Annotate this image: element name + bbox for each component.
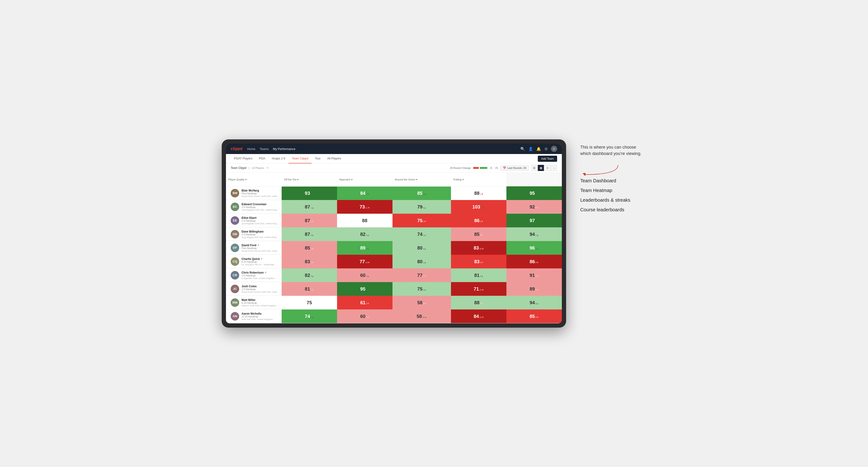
metric-cell: 83 3▼ [282,255,337,269]
change-up: 1▲ [423,261,426,264]
table-row[interactable]: CR Chris Robertson✔ 1-5 Handicap Craigmi… [226,269,562,282]
metric-cell: 73 11▼ [337,200,393,214]
search-icon[interactable]: 🔍 [520,147,525,151]
metric-cell: 83 6▼ [451,255,506,269]
metric-inner: 84 6▲ [338,191,391,196]
grid-view-button[interactable]: ⊞ [531,165,537,171]
main-content: Player Quality ▾ Off the Tee ▾ Approach … [226,173,562,323]
player-cell-inner[interactable]: CQ Charlie Quick✔ 6-10 Handicap St. Geor… [226,255,282,268]
change-down: 4▼ [535,316,539,318]
add-team-button[interactable]: Add Team [538,156,557,162]
player-name: Matt Miller [242,299,279,302]
metric-cell: 95 8▲ [337,282,393,296]
settings-icon[interactable]: ⚙ [545,147,548,151]
metric-value: 85 [530,314,535,319]
player-name: Dave Billingham [242,230,279,233]
table-row[interactable]: AN Aaron Nicholls 11-15 Handicap Drift G… [226,309,562,323]
metric-inner: 103 15▲ [453,204,505,210]
player-handicap: 1-5 Handicap [242,206,279,209]
player-name: Charlie Quick✔ [242,257,279,261]
list-view-button[interactable]: ≡ [545,165,551,171]
avatar[interactable]: U [551,146,557,152]
page-wrapper: clippd Home Teams My Performance 🔍 👤 🔔 ⚙… [222,139,646,328]
change-down: 11▼ [365,207,370,209]
metric-value: 103 [472,204,480,210]
tab-all-players[interactable]: All Players [324,154,344,163]
user-icon[interactable]: 👤 [528,147,533,151]
change-down: 3▼ [311,261,314,264]
metric-inner: 58 10▲ [394,314,450,319]
edit-icon[interactable]: ✏ [267,166,269,169]
player-cell-inner[interactable]: DB Dave Billingham 1-5 Handicap Gog Mago… [226,228,282,241]
tab-tour[interactable]: Tour [312,154,324,163]
change-down: 6▼ [480,261,483,264]
player-cell-inner[interactable]: EC Edward Crossman 1-5 Handicap Sunningd… [226,201,282,213]
col-around-green[interactable]: Around the Green ▾ [393,173,451,186]
option-team-heatmap[interactable]: Team Heatmap [580,188,646,193]
table-row[interactable]: DB Dave Billingham 1-5 Handicap Gog Mago… [226,227,562,241]
annotation-intro: This is where you can choose which dashb… [580,144,646,157]
metric-value: 61 [360,300,365,305]
heatmap-view-button[interactable]: ▦ [538,165,544,171]
metric-inner: 86 8▼ [508,259,560,264]
tablet-screen: clippd Home Teams My Performance 🔍 👤 🔔 ⚙… [226,144,562,323]
table-row[interactable]: JC Josh Coles 1-5 Handicap Royal North D… [226,282,562,296]
change-up: 8▲ [423,193,426,195]
annotation-panel: This is where you can choose which dashb… [580,139,646,213]
table-row[interactable]: CQ Charlie Quick✔ 6-10 Handicap St. Geor… [226,255,562,269]
calendar-icon: 📅 [503,166,506,169]
nav-my-performance[interactable]: My Performance [273,146,295,152]
last-rounds-button[interactable]: 📅 Last Rounds: 20 [500,165,529,171]
player-club: Craigmillar Park, United Kingdom [242,277,279,280]
player-cell: EE Elliot Ebert 1-5 Handicap Sunningdale… [226,214,282,227]
player-handicap: 1-5 Handicap [242,274,279,277]
player-handicap: 1-5 Handicap [242,220,279,222]
option-team-dashboard[interactable]: Team Dashboard [580,178,646,184]
metric-inner: 73 11▼ [338,204,391,210]
table-row[interactable]: MM Matt Miller 6-10 Handicap Woburn Golf… [226,296,562,309]
col-player-quality[interactable]: Player Quality ▾ [226,173,282,186]
bell-icon[interactable]: 🔔 [536,147,541,151]
metric-inner: 60 2▲ [338,273,391,278]
player-club: Royal North Devon Golf Club, United King… [242,250,279,252]
team-separator: | [249,166,250,169]
table-row[interactable]: BM Blair McHarg Plus Handicap Royal Nort… [226,186,562,200]
option-leaderboards[interactable]: Leaderboards & streaks [580,197,646,203]
tab-pgat-players[interactable]: PGAT Players [231,154,256,163]
tab-team-clippd[interactable]: Team Clippd [288,154,311,163]
player-cell: BM Blair McHarg Plus Handicap Royal Nort… [226,186,282,200]
player-cell-inner[interactable]: EE Elliot Ebert 1-5 Handicap Sunningdale… [226,214,282,227]
table-row[interactable]: EE Elliot Ebert 1-5 Handicap Sunningdale… [226,214,562,227]
player-handicap: Plus Handicap [242,192,279,195]
change-down: 3▼ [423,220,426,223]
nav-teams[interactable]: Teams [260,146,269,152]
option-course-leaderboards[interactable]: Course leaderboards [580,207,646,213]
player-cell-inner[interactable]: MM Matt Miller 6-10 Handicap Woburn Golf… [226,297,282,309]
tab-hcaps[interactable]: Hcaps 1-5 [269,154,288,163]
nav-home[interactable]: Home [247,146,255,152]
player-club: Royal North Devon Golf Club, United King… [242,195,279,197]
metric-value: 80 [417,245,423,251]
tab-pga[interactable]: PGA [256,154,269,163]
export-button[interactable]: ↓ [551,165,557,171]
metric-value: 88 [362,218,367,223]
player-cell-inner[interactable]: BM Blair McHarg Plus Handicap Royal Nort… [226,187,282,199]
player-cell-inner[interactable]: DF David Ford✔ Plus Handicap Royal North… [226,242,282,254]
metric-cell: 75 2▲ [393,282,451,296]
player-cell-inner[interactable]: AN Aaron Nicholls 11-15 Handicap Drift G… [226,310,282,323]
col-putting[interactable]: Putting ▾ [451,173,506,186]
arrow-svg [580,164,623,176]
col-off-tee[interactable]: Off the Tee ▾ [282,173,337,186]
player-cell-inner[interactable]: CR Chris Robertson✔ 1-5 Handicap Craigmi… [226,269,282,282]
table-row[interactable]: DF David Ford✔ Plus Handicap Royal North… [226,241,562,255]
metric-value: 75 [307,300,312,305]
col-approach[interactable]: Approach ▾ [337,173,393,186]
change-up: 1▲ [535,234,539,236]
change-up: 10▲ [423,316,427,318]
metric-value: 85 [474,231,479,237]
table-row[interactable]: EC Edward Crossman 1-5 Handicap Sunningd… [226,200,562,214]
nav-links: Home Teams My Performance [247,146,516,152]
metric-value: 88 [474,191,479,196]
change-down: 1▼ [366,316,369,318]
player-cell-inner[interactable]: JC Josh Coles 1-5 Handicap Royal North D… [226,283,282,295]
